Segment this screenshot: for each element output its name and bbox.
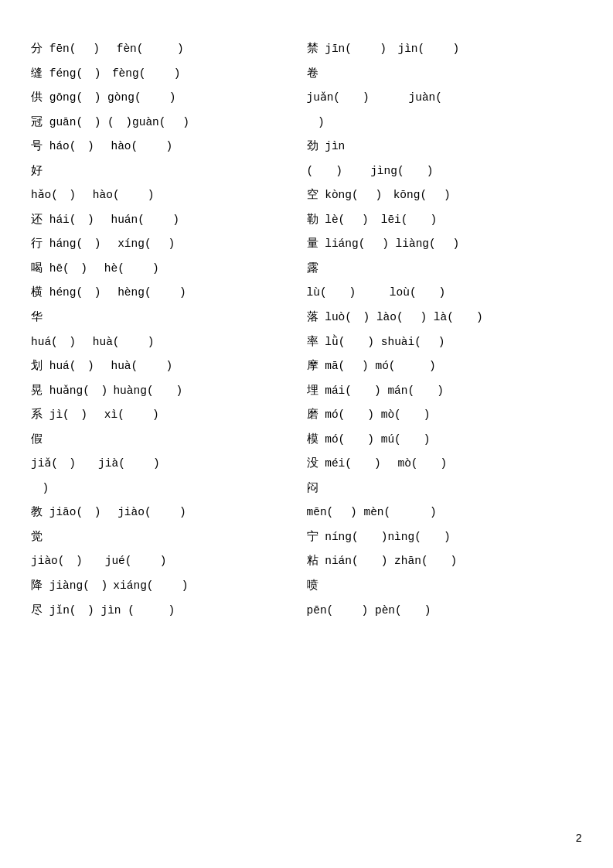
content-table: 分 fēn( ) fèn( ) 禁 jīn( ) jìn( ) 缝 féng( … <box>31 37 582 623</box>
table-row: huá( ) huà( ) 率 lǜ( ) shuài( ) <box>31 330 582 355</box>
right-cell: 率 lǜ( ) shuài( ) <box>307 330 583 355</box>
table-row: 还 hái( ) huán( ) 勒 lè( ) lēi( ) <box>31 208 582 233</box>
left-cell: huá( ) huà( ) <box>31 330 307 355</box>
table-row: 假 模 mó( ) mú( ) <box>31 428 582 453</box>
right-cell: 摩 mā( ) mó( ) <box>307 354 583 379</box>
table-row: 晃 huǎng( ) huàng( ) 埋 mái( ) mán( ) <box>31 379 582 404</box>
right-cell: juǎn( ) juàn( <box>307 86 583 111</box>
right-cell: 勒 lè( ) lēi( ) <box>307 208 583 233</box>
left-cell: 号 háo( ) hào( ) <box>31 135 307 159</box>
right-cell: mēn( ) mèn( ) <box>307 501 583 525</box>
right-cell: 模 mó( ) mú( ) <box>307 428 583 453</box>
right-cell: ( ) jìng( ) <box>307 159 583 184</box>
table-row: jiào( ) jué( ) 粘 nián( ) zhān( ) <box>31 549 582 574</box>
table-row: 华 落 luò( ) lào( ) là( ) <box>31 306 582 330</box>
left-cell: 好 <box>31 159 307 184</box>
table-row: 好 ( ) jìng( ) <box>31 159 582 184</box>
page-number: 2 <box>576 832 582 845</box>
left-cell: jiǎ( ) jià( ) <box>31 452 307 477</box>
right-cell: 落 luò( ) lào( ) là( ) <box>307 306 583 330</box>
right-cell: 粘 nián( ) zhān( ) <box>307 549 583 574</box>
table-row: 缝 féng( ) fèng( ) 卷 <box>31 62 582 87</box>
table-row: 喝 hē( ) hè( ) 露 <box>31 257 582 282</box>
left-cell: 还 hái( ) huán( ) <box>31 208 307 233</box>
left-cell: 行 háng( ) xíng( ) <box>31 232 307 257</box>
left-cell: 华 <box>31 306 307 330</box>
right-cell: 卷 <box>307 62 583 87</box>
right-cell: ) <box>307 111 583 135</box>
table-row: 分 fēn( ) fèn( ) 禁 jīn( ) jìn( ) <box>31 37 582 62</box>
left-cell: 觉 <box>31 525 307 550</box>
main-content: 分 fēn( ) fèn( ) 禁 jīn( ) jìn( ) 缝 féng( … <box>31 37 582 623</box>
table-row: 供 gōng( ) gòng( ) juǎn( ) juàn( <box>31 86 582 111</box>
right-cell: 磨 mó( ) mò( ) <box>307 403 583 428</box>
right-cell: 劲 jìn <box>307 135 583 159</box>
left-cell: 横 héng( ) hèng( ) <box>31 281 307 306</box>
right-cell: pēn( ) pèn( ) <box>307 599 583 624</box>
right-cell: 没 méi( ) mò( ) <box>307 452 583 477</box>
table-row: 行 háng( ) xíng( ) 量 liáng( ) liàng( ) <box>31 232 582 257</box>
left-cell: 降 jiàng( ) xiáng( ) <box>31 574 307 599</box>
table-row: 觉 宁 níng( )nìng( ) <box>31 525 582 550</box>
right-cell: 闷 <box>307 477 583 501</box>
left-cell: 划 huá( ) huà( ) <box>31 354 307 379</box>
left-cell: 分 fēn( ) fèn( ) <box>31 37 307 62</box>
table-row: hǎo( ) hào( ) 空 kòng( ) kōng( ) <box>31 183 582 208</box>
right-cell: 埋 mái( ) mán( ) <box>307 379 583 404</box>
right-cell: lù( ) loù( ) <box>307 281 583 306</box>
table-row: 降 jiàng( ) xiáng( ) 喷 <box>31 574 582 599</box>
left-cell: ) <box>31 477 307 501</box>
left-cell: 供 gōng( ) gòng( ) <box>31 86 307 111</box>
left-cell: 冠 guān( ) ( )guàn( ) <box>31 111 307 135</box>
left-cell: 缝 féng( ) fèng( ) <box>31 62 307 87</box>
table-row: 划 huá( ) huà( ) 摩 mā( ) mó( ) <box>31 354 582 379</box>
left-cell: 系 jì( ) xì( ) <box>31 403 307 428</box>
table-row: 尽 jǐn( ) jìn ( ) pēn( ) pèn( ) <box>31 599 582 624</box>
table-row: 横 héng( ) hèng( ) lù( ) loù( ) <box>31 281 582 306</box>
right-cell: 量 liáng( ) liàng( ) <box>307 232 583 257</box>
left-cell: 假 <box>31 428 307 453</box>
table-row: 号 háo( ) hào( ) 劲 jìn <box>31 135 582 159</box>
left-cell: 晃 huǎng( ) huàng( ) <box>31 379 307 404</box>
right-cell: 空 kòng( ) kōng( ) <box>307 183 583 208</box>
left-cell: 教 jiāo( ) jiào( ) <box>31 501 307 525</box>
table-row: 冠 guān( ) ( )guàn( ) ) <box>31 111 582 135</box>
table-row: 系 jì( ) xì( ) 磨 mó( ) mò( ) <box>31 403 582 428</box>
table-row: 教 jiāo( ) jiào( ) mēn( ) mèn( ) <box>31 501 582 525</box>
right-cell: 宁 níng( )nìng( ) <box>307 525 583 550</box>
left-cell: jiào( ) jué( ) <box>31 549 307 574</box>
right-cell: 露 <box>307 257 583 282</box>
right-cell: 喷 <box>307 574 583 599</box>
left-cell: 喝 hē( ) hè( ) <box>31 257 307 282</box>
left-cell: hǎo( ) hào( ) <box>31 183 307 208</box>
right-cell: 禁 jīn( ) jìn( ) <box>307 37 583 62</box>
table-row: jiǎ( ) jià( ) 没 méi( ) mò( ) <box>31 452 582 477</box>
left-cell: 尽 jǐn( ) jìn ( ) <box>31 599 307 624</box>
table-row: ) 闷 <box>31 477 582 501</box>
